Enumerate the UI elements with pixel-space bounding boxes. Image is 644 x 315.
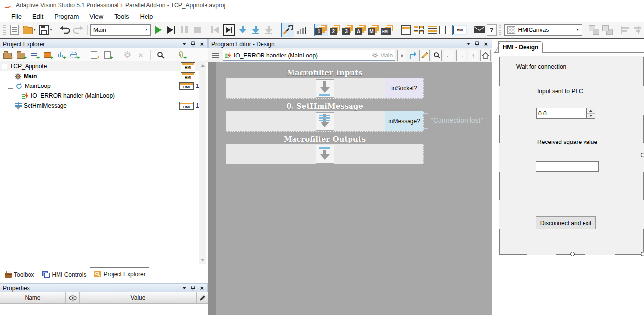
align-center-button[interactable] — [632, 24, 644, 36]
context-dropdown-button[interactable]: ∨ — [397, 50, 406, 61]
port-inmessage[interactable]: inMessage? — [385, 111, 423, 131]
add-global-parameter-button[interactable]: + — [69, 50, 79, 60]
collapse-icon[interactable] — [2, 64, 7, 69]
value-column-header[interactable]: Value — [80, 292, 197, 303]
remove-button[interactable]: × — [136, 50, 146, 60]
undo-button[interactable] — [59, 24, 71, 36]
find-button[interactable] — [156, 50, 166, 60]
toolbar-grip[interactable] — [3, 25, 6, 35]
tree-row-sethmimessage[interactable]: SetHmiMessage HMI 1 — [0, 101, 199, 111]
iterate-back-button[interactable] — [209, 24, 221, 36]
hmi-canvas[interactable]: Wait for connection Input sent to PLC Re… — [499, 56, 644, 255]
tree-row-project[interactable]: TCP_Appnote HMI — [0, 61, 199, 71]
pause-button[interactable] — [178, 24, 190, 36]
workspace-tab-1[interactable]: 1 — [314, 24, 328, 36]
help-button[interactable]: ? — [487, 24, 497, 36]
attach-button[interactable]: + — [176, 50, 186, 60]
iterate-button[interactable] — [165, 24, 177, 36]
run-button[interactable] — [152, 24, 164, 36]
editor-menu-icon[interactable] — [210, 53, 221, 58]
bring-forward-button[interactable] — [588, 24, 600, 36]
align-left-button[interactable] — [619, 24, 631, 36]
received-value-textbox[interactable] — [536, 161, 599, 172]
add-module-button[interactable]: + — [102, 50, 112, 60]
macrofilter-inputs-bar[interactable]: inSocket? — [226, 78, 424, 99]
add-worker-task-button[interactable]: + — [56, 50, 65, 60]
pin-button[interactable] — [191, 41, 195, 47]
panel-menu-button[interactable] — [182, 287, 186, 289]
comment-text[interactable]: "Connection lost" — [431, 116, 483, 124]
pin-button[interactable] — [191, 286, 195, 291]
scroll-up-icon[interactable] — [199, 61, 206, 69]
workspace-tab-m[interactable]: M — [368, 25, 379, 35]
program-canvas[interactable]: Macrofilter Inputs inSocket? 0. SetHmiMe… — [208, 62, 492, 315]
panel-menu-button[interactable] — [182, 43, 186, 45]
resize-handle-right[interactable] — [641, 153, 644, 157]
menu-file[interactable]: File — [6, 11, 27, 22]
macrofilter-outputs-bar[interactable] — [226, 144, 424, 164]
add-step-button[interactable]: + — [29, 50, 39, 60]
disconnect-button[interactable]: Disconnect and exit — [536, 216, 596, 229]
name-column-header[interactable]: Name — [0, 292, 66, 303]
find-in-program-button[interactable] — [432, 50, 442, 61]
new-macrofilter-button[interactable]: * — [2, 50, 12, 60]
menu-program[interactable]: Program — [49, 11, 84, 22]
switch-view-button[interactable] — [408, 50, 417, 61]
new-module-button[interactable]: * — [89, 50, 99, 60]
port-insocket[interactable]: inSocket? — [385, 78, 423, 98]
menu-view[interactable]: View — [84, 11, 109, 22]
hmi-designer-toggle[interactable]: HMI — [452, 25, 467, 35]
navigate-forward-button[interactable]: → — [456, 50, 467, 61]
spin-down-button[interactable] — [587, 113, 595, 118]
navigate-up-button[interactable]: ↑ — [468, 50, 478, 61]
spinner-value-input[interactable] — [537, 108, 586, 118]
workspace-tab-a[interactable]: A — [355, 25, 366, 35]
tab-toolbox[interactable]: Toolbox — [1, 268, 38, 281]
tree-row-mainloop[interactable]: MainLoop HMI 1 — [0, 81, 199, 91]
tab-hmi-controls[interactable]: HMI Controls — [38, 268, 90, 281]
step-out-button[interactable] — [263, 24, 275, 36]
layout-single-button[interactable] — [400, 24, 412, 36]
menu-help[interactable]: Help — [135, 11, 159, 22]
hmi-control-combo[interactable]: HMICanvas ▼ — [504, 24, 582, 36]
tree-row-main[interactable]: Main HMI — [0, 71, 199, 81]
plc-input-spinner[interactable] — [536, 108, 595, 119]
sethmimessage-bar[interactable]: inMessage? — [226, 111, 424, 132]
tree-row-ioerror[interactable]: IO_ERROR handler (MainLoop) — [0, 91, 199, 101]
go-home-button[interactable] — [480, 50, 491, 61]
iterate-current-macrofilter-button[interactable] — [223, 24, 235, 36]
program-selector-combo[interactable]: Main ▼ — [90, 24, 151, 36]
tab-project-explorer[interactable]: Project Explorer — [90, 267, 149, 281]
send-backward-button[interactable] — [601, 24, 613, 36]
breadcrumb[interactable]: IO_ERROR handler (MainLoop) Main — [223, 50, 395, 61]
navigate-back-button[interactable]: ← — [444, 50, 454, 61]
scroll-down-icon[interactable] — [199, 256, 206, 264]
tree-scrollbar[interactable] — [199, 61, 206, 264]
redo-button[interactable] — [72, 24, 84, 36]
step-over-button[interactable] — [250, 24, 262, 36]
visibility-column-header[interactable] — [66, 292, 80, 303]
edit-properties-button[interactable] — [122, 50, 132, 60]
add-task-button[interactable]: + — [42, 50, 52, 60]
workspace-tab-3[interactable]: 3 — [342, 25, 353, 35]
menu-tools[interactable]: Tools — [109, 11, 134, 22]
close-icon[interactable]: × — [200, 41, 204, 47]
save-program-button[interactable]: ▼ — [38, 24, 53, 36]
tab-hmi-design[interactable]: HMI - Design — [498, 41, 543, 53]
stop-button[interactable] — [192, 24, 204, 36]
spin-up-button[interactable] — [587, 108, 595, 113]
step-into-button[interactable] — [237, 24, 249, 36]
resize-handle-corner[interactable] — [641, 252, 644, 256]
close-icon[interactable]: × — [200, 285, 204, 291]
layout-rows-button[interactable] — [426, 24, 438, 36]
panel-menu-button[interactable] — [467, 43, 470, 45]
menu-edit[interactable]: Edit — [27, 11, 49, 22]
feedback-button[interactable] — [473, 24, 485, 36]
edit-column-header[interactable] — [197, 292, 208, 303]
statistics-button[interactable] — [296, 24, 308, 36]
settings-button[interactable] — [281, 23, 295, 37]
pin-button[interactable] — [475, 41, 479, 47]
workspace-tab-2[interactable]: 2 — [330, 25, 341, 35]
toolbar-grip[interactable] — [499, 25, 502, 35]
edit-button[interactable] — [419, 50, 430, 61]
